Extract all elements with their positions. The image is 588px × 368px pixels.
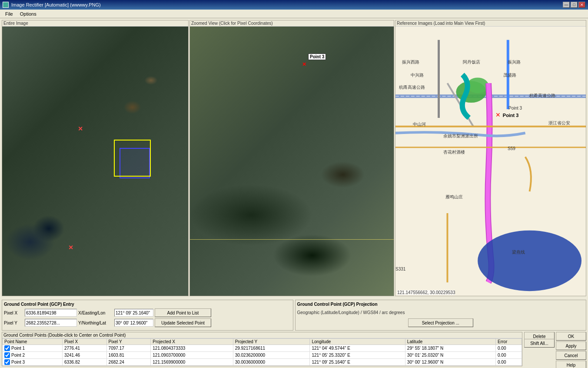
row-cell: 0.00 bbox=[496, 345, 522, 352]
menubar: File Options bbox=[0, 10, 588, 18]
entire-image-content[interactable]: ✕ ✕ bbox=[2, 27, 188, 296]
minimize-button[interactable]: — bbox=[563, 2, 570, 8]
update-point-button[interactable]: Update Selected Point bbox=[155, 318, 211, 327]
pixel-y-label: Pixel Y bbox=[4, 321, 23, 325]
ok-button[interactable]: OK bbox=[556, 332, 586, 341]
zoomed-view-content[interactable]: Point 3 ✕ bbox=[190, 27, 394, 296]
main-content: Entire Image ✕ ✕ Zoomed View (Click for … bbox=[0, 18, 588, 368]
col-projy: Projected Y bbox=[233, 339, 310, 345]
bottom-section: Ground Control Point (GCP) Entry Pixel X… bbox=[0, 298, 588, 368]
row-cell: 6336.82 bbox=[62, 359, 106, 366]
row-cell: 121° 04' 49.5744" E bbox=[310, 345, 405, 352]
pixel-y-row: Pixel Y Y/Northing/Lat Update Selected P… bbox=[4, 318, 291, 327]
menu-options[interactable]: Options bbox=[17, 10, 40, 17]
gcp-table-title: Ground Control Points (Double-click to C… bbox=[2, 332, 522, 338]
gcp-table-wrapper: Ground Control Points (Double-click to C… bbox=[2, 332, 522, 366]
ref-point-label: Point 3 bbox=[508, 106, 522, 110]
map-label-4: 中兴路 bbox=[411, 72, 424, 78]
x-easting-input[interactable] bbox=[114, 309, 153, 317]
h-line bbox=[190, 239, 394, 240]
gcp-entry-title: Ground Control Point (GCP) Entry bbox=[4, 302, 291, 307]
row-checkbox[interactable] bbox=[4, 345, 10, 351]
map-label-3: 振兴路 bbox=[508, 59, 521, 65]
gcp-table-scroll[interactable]: Point Name Pixel X Pixel Y Projected X P… bbox=[2, 338, 522, 366]
help-button[interactable]: Help bbox=[556, 361, 586, 368]
satellite-texture bbox=[2, 27, 188, 296]
row-cell: 121.1569900000 bbox=[151, 359, 233, 366]
map-coordinates: 121.147556662, 30.00229533 bbox=[397, 290, 455, 295]
col-pixelx: Pixel X bbox=[62, 339, 106, 345]
map-view[interactable]: Point 3 ✕ 振兴西路 阿丹饭店 振兴路 中兴路 茂盛路 杭甬高速公路 杭… bbox=[395, 27, 586, 296]
entire-image-view[interactable]: ✕ ✕ bbox=[2, 27, 188, 296]
shift-all-button[interactable]: Shift All... bbox=[524, 339, 555, 348]
table-row[interactable]: Point 36336.822682.24121.156990000030.00… bbox=[3, 359, 522, 366]
top-panels: Entire Image ✕ ✕ Zoomed View (Click for … bbox=[0, 18, 588, 298]
reference-content[interactable]: Point 3 ✕ 振兴西路 阿丹饭店 振兴路 中兴路 茂盛路 杭甬高速公路 杭… bbox=[395, 27, 586, 296]
map-label-9: 余姚市梨洲派出所 bbox=[443, 133, 478, 139]
row-cell: 0.00 bbox=[496, 352, 522, 359]
row-cell: 29° 55' 18.1807" N bbox=[405, 345, 495, 352]
row-cell: 30° 01' 25.0320" N bbox=[405, 352, 495, 359]
row-checkbox[interactable] bbox=[4, 359, 10, 365]
col-name: Point Name bbox=[3, 339, 63, 345]
bottom-area: Ground Control Points (Double-click to C… bbox=[2, 332, 586, 366]
window-title: Image Rectifier [Automatic] (wwwwy.PNG) bbox=[11, 2, 101, 7]
entire-image-panel: Entire Image ✕ ✕ bbox=[2, 20, 189, 296]
row-point-name: Point 1 bbox=[11, 346, 25, 351]
zoomed-view-panel: Zoomed View (Click for Pixel Coordinates… bbox=[189, 20, 394, 296]
gcp-proj-description: Geographic (Latitude/Longitude) / WGS84 … bbox=[297, 310, 585, 315]
map-label-8: 中山河 bbox=[413, 121, 426, 127]
cross-marker-1: ✕ bbox=[78, 126, 83, 132]
window-controls: — □ ✕ bbox=[563, 2, 585, 8]
row-point-name: Point 2 bbox=[11, 353, 25, 358]
row-cell: 121° 09' 25.1640" E bbox=[310, 359, 405, 366]
col-lon: Longitude bbox=[310, 339, 405, 345]
col-error: Error bbox=[496, 339, 522, 345]
y-northing-input[interactable] bbox=[114, 319, 153, 327]
map-label-15: S331 bbox=[395, 267, 405, 271]
select-projection-button[interactable]: Select Projection ... bbox=[408, 318, 473, 327]
pixel-x-label: Pixel X bbox=[4, 311, 23, 315]
row-cell: 2682.24 bbox=[106, 359, 151, 366]
gcp-projection-panel: Ground Control Point (GCP) Projection Ge… bbox=[295, 300, 587, 331]
map-label-14: 梁燕线 bbox=[512, 249, 525, 255]
app-icon bbox=[3, 2, 9, 8]
apply-button[interactable]: Apply bbox=[556, 341, 586, 350]
gcp-table-body: Point 12776.417097.17121.080437333329.92… bbox=[3, 345, 522, 366]
menu-file[interactable]: File bbox=[2, 10, 17, 17]
row-cell: 29.9217168611 bbox=[233, 345, 310, 352]
row-cell: 3241.46 bbox=[62, 352, 106, 359]
pixel-x-row: Pixel X X/Easting/Lon Add Point to List bbox=[4, 308, 291, 317]
zoomed-point-cross: ✕ bbox=[302, 61, 306, 67]
map-label-13: 雁鸣山庄 bbox=[445, 194, 463, 200]
svg-text:Point 3: Point 3 bbox=[503, 113, 518, 118]
zoomed-image-view[interactable]: Point 3 ✕ bbox=[190, 27, 394, 296]
gcp-entry-panel: Ground Control Point (GCP) Entry Pixel X… bbox=[2, 300, 293, 331]
pixel-x-input[interactable] bbox=[25, 309, 77, 317]
close-button[interactable]: ✕ bbox=[578, 2, 585, 8]
table-row[interactable]: Point 12776.417097.17121.080437333329.92… bbox=[3, 345, 522, 352]
table-row[interactable]: Point 23241.461603.81121.090370000030.02… bbox=[3, 352, 522, 359]
svg-point-9 bbox=[478, 231, 581, 291]
map-label-5: 茂盛路 bbox=[503, 72, 516, 78]
maximize-button[interactable]: □ bbox=[571, 2, 578, 8]
row-cell: 121° 05' 25.3320" E bbox=[310, 352, 405, 359]
zoomed-texture bbox=[190, 27, 394, 296]
zoomed-point-label: Point 3 bbox=[308, 54, 326, 60]
row-checkbox[interactable] bbox=[4, 352, 10, 358]
map-label-2: 阿丹饭店 bbox=[463, 59, 480, 65]
row-cell: 121.0903700000 bbox=[151, 352, 233, 359]
map-label-11: 杏花村酒楼 bbox=[443, 149, 465, 155]
row-cell: 121.0804373333 bbox=[151, 345, 233, 352]
cancel-button[interactable]: Cancel bbox=[556, 351, 586, 360]
svg-text:✕: ✕ bbox=[495, 111, 501, 118]
row-cell: 2776.41 bbox=[62, 345, 106, 352]
pixel-y-input[interactable] bbox=[25, 319, 77, 327]
map-svg: Point 3 ✕ bbox=[395, 27, 586, 296]
y-northing-label: Y/Northing/Lat bbox=[78, 321, 113, 325]
add-point-button[interactable]: Add Point to List bbox=[155, 308, 211, 317]
row-cell: 1603.81 bbox=[106, 352, 151, 359]
map-label-12: S59 bbox=[508, 146, 515, 151]
side-buttons: Delete OK Apply Cancel Help Shift All... bbox=[524, 332, 586, 348]
row-cell: 0.00 bbox=[496, 359, 522, 366]
